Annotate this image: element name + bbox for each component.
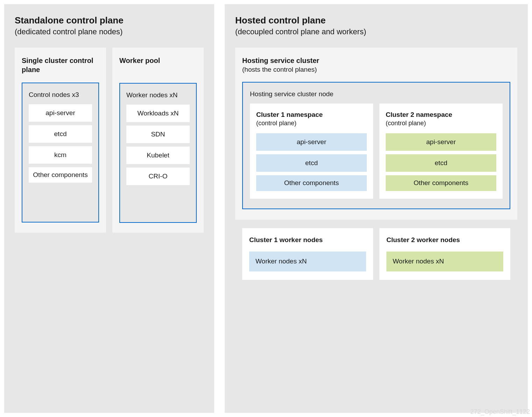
cluster1-worker-box: Cluster 1 worker nodes Worker nodes xN	[242, 228, 373, 280]
worker-nodes-label: Worker nodes xN	[126, 91, 190, 99]
component-kubelet: Kubelet	[126, 147, 190, 164]
worker-nodes-box: Worker nodes xN Workloads xN SDN Kubelet…	[119, 83, 197, 223]
hosting-node-label: Hosting service cluster node	[250, 90, 503, 98]
worker-pool-title: Worker pool	[119, 56, 197, 65]
worker-pool-panel: Worker pool Worker nodes xN Workloads xN…	[112, 48, 204, 233]
cluster1-namespace-subtitle: (control plane)	[256, 120, 367, 127]
cluster2-worker-nodes: Worker nodes xN	[386, 252, 503, 271]
namespace-row: Cluster 1 namespace (control plane) api-…	[250, 104, 503, 199]
worker-row: Cluster 1 worker nodes Worker nodes xN C…	[235, 228, 517, 280]
single-cluster-panel: Single cluster control plane Control nod…	[15, 48, 106, 233]
component-api-server: api-server	[29, 104, 92, 122]
hosting-node-box: Hosting service cluster node Cluster 1 n…	[242, 82, 510, 209]
standalone-title: Standalone control plane	[15, 15, 204, 27]
component-crio: CRI-O	[126, 168, 190, 185]
watermark: 272_OpenShift_1122	[470, 408, 530, 416]
cluster1-api-server: api-server	[256, 133, 367, 151]
single-cluster-title: Single cluster control plane	[22, 56, 99, 74]
cluster1-etcd: etcd	[256, 154, 367, 172]
hosted-panel: Hosted control plane (decoupled control …	[225, 4, 528, 413]
hosting-row: Hosting service cluster (hosts the contr…	[235, 48, 517, 220]
cluster2-namespace-box: Cluster 2 namespace (control plane) api-…	[379, 104, 503, 199]
hosted-title: Hosted control plane	[235, 15, 517, 27]
cluster2-components: api-server etcd Other components	[386, 133, 496, 191]
hosted-subtitle: (decoupled control plane and workers)	[235, 27, 517, 36]
component-workloads: Workloads xN	[126, 105, 190, 122]
standalone-row: Single cluster control plane Control nod…	[15, 48, 204, 233]
cluster1-worker-nodes: Worker nodes xN	[249, 252, 366, 271]
cluster2-worker-box: Cluster 2 worker nodes Worker nodes xN	[379, 228, 510, 280]
component-kcm: kcm	[29, 146, 92, 164]
cluster1-namespace-title: Cluster 1 namespace	[256, 111, 367, 119]
control-nodes-box: Control nodes x3 api-server etcd kcm Oth…	[22, 83, 99, 222]
component-etcd: etcd	[29, 125, 92, 143]
cluster2-api-server: api-server	[386, 133, 496, 151]
worker-components: Workloads xN SDN Kubelet CRI-O	[126, 105, 190, 185]
standalone-subtitle: (dedicated control plane nodes)	[15, 27, 204, 36]
control-nodes-label: Control nodes x3	[29, 91, 92, 99]
hosting-cluster-panel: Hosting service cluster (hosts the contr…	[235, 48, 517, 220]
control-components: api-server etcd kcm Other components	[29, 104, 92, 183]
component-sdn: SDN	[126, 126, 190, 143]
hosting-cluster-title: Hosting service cluster	[242, 56, 510, 65]
hosting-cluster-subtitle: (hosts the control planes)	[242, 66, 510, 73]
cluster1-worker-title: Cluster 1 worker nodes	[249, 236, 366, 245]
cluster1-components: api-server etcd Other components	[256, 133, 367, 191]
cluster1-other: Other components	[256, 175, 367, 191]
cluster2-other: Other components	[386, 175, 496, 191]
component-other: Other components	[29, 167, 92, 183]
cluster2-namespace-subtitle: (control plane)	[386, 120, 496, 127]
cluster2-etcd: etcd	[386, 154, 496, 172]
diagram-container: Standalone control plane (dedicated cont…	[0, 0, 532, 417]
standalone-panel: Standalone control plane (dedicated cont…	[4, 4, 214, 413]
cluster2-namespace-title: Cluster 2 namespace	[386, 111, 496, 119]
cluster1-namespace-box: Cluster 1 namespace (control plane) api-…	[250, 104, 373, 199]
cluster2-worker-title: Cluster 2 worker nodes	[386, 236, 503, 245]
